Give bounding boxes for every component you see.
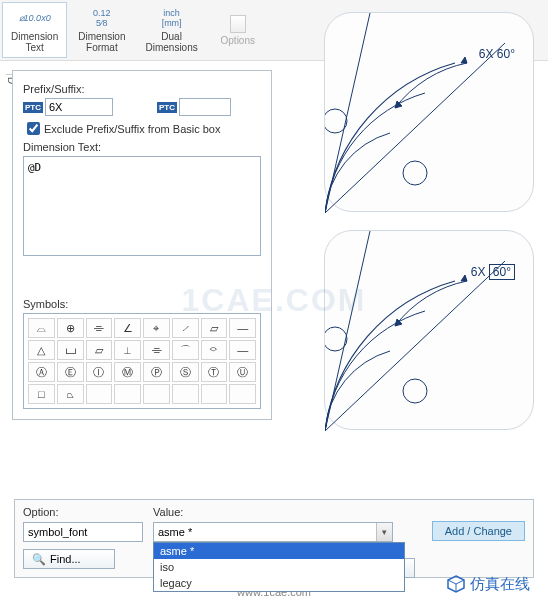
- symbol-button[interactable]: ⌯: [86, 318, 113, 338]
- label: Dimension: [78, 31, 125, 42]
- label: Text: [25, 42, 43, 53]
- svg-line-3: [325, 13, 370, 213]
- symbol-button[interactable]: ▱: [201, 318, 228, 338]
- svg-line-2: [325, 43, 505, 213]
- svg-point-5: [403, 379, 427, 403]
- cube-icon: [446, 574, 466, 594]
- symbol-button[interactable]: ⌴: [57, 340, 84, 360]
- symbol-button[interactable]: ⌯: [143, 340, 170, 360]
- label: Options: [221, 35, 255, 46]
- svg-point-1: [403, 161, 427, 185]
- magnifier-icon: 🔍: [32, 553, 46, 566]
- symbol-button[interactable]: ⌓: [28, 318, 55, 338]
- ptc-badge-icon: PTC: [157, 102, 177, 113]
- symbol-button[interactable]: [172, 384, 199, 404]
- dropdown-item[interactable]: iso: [154, 559, 404, 575]
- symbol-button[interactable]: △: [28, 340, 55, 360]
- symbol-button[interactable]: Ⓔ: [57, 362, 84, 382]
- dimension-text-label: Dimension Text:: [23, 141, 261, 153]
- symbol-button[interactable]: ⌖: [143, 318, 170, 338]
- dimension-text-button[interactable]: ⌀10.0x0 DimensionText: [2, 2, 67, 58]
- symbol-button[interactable]: ⏢: [57, 384, 84, 404]
- symbol-button[interactable]: □: [28, 384, 55, 404]
- option-field[interactable]: [23, 522, 143, 542]
- symbol-button[interactable]: [201, 384, 228, 404]
- dropdown-toggle[interactable]: ▾: [376, 523, 392, 541]
- dual-dimensions-button[interactable]: inch[mm] DualDimensions: [137, 2, 207, 58]
- symbol-button[interactable]: ∠: [114, 318, 141, 338]
- symbol-button[interactable]: Ⓘ: [86, 362, 113, 382]
- label: Dimensions: [146, 42, 198, 53]
- symbol-button[interactable]: ⏥: [86, 340, 113, 360]
- svg-line-6: [325, 261, 505, 431]
- prefix-suffix-label: Prefix/Suffix:: [23, 83, 261, 95]
- dropdown-item[interactable]: legacy: [154, 575, 404, 591]
- svg-line-9: [448, 580, 456, 584]
- brand-logo: 仿真在线: [446, 574, 530, 594]
- symbol-button[interactable]: Ⓤ: [229, 362, 256, 382]
- symbol-button[interactable]: —: [229, 340, 256, 360]
- symbols-label: Symbols:: [23, 298, 261, 310]
- symbol-button[interactable]: [114, 384, 141, 404]
- symbol-button[interactable]: Ⓣ: [201, 362, 228, 382]
- label: Dual: [161, 31, 182, 42]
- logo-text: 仿真在线: [470, 575, 530, 594]
- symbol-button[interactable]: ⟋: [172, 318, 199, 338]
- symbol-button[interactable]: Ⓟ: [143, 362, 170, 382]
- dual-dimensions-icon: inch[mm]: [162, 7, 182, 29]
- dropdown-item[interactable]: asme *: [154, 543, 404, 559]
- dimension-text-input[interactable]: @D: [23, 156, 261, 256]
- suffix-input[interactable]: [179, 98, 231, 116]
- symbol-button[interactable]: —: [229, 318, 256, 338]
- dimension-label: 6X 60°: [479, 47, 515, 61]
- ptc-badge-icon: PTC: [23, 102, 43, 113]
- exclude-label: Exclude Prefix/Suffix from Basic box: [44, 123, 220, 135]
- dimension-format-icon: 0.125⁄8: [93, 7, 111, 29]
- value-input[interactable]: [153, 522, 393, 542]
- symbol-button[interactable]: [86, 384, 113, 404]
- drawing-preview-top: 6X 60°: [324, 12, 534, 212]
- add-change-button[interactable]: Add / Change: [432, 521, 525, 541]
- find-button[interactable]: 🔍 Find...: [23, 549, 115, 569]
- dimension-format-button[interactable]: 0.125⁄8 DimensionFormat: [69, 2, 134, 58]
- option-bar: Option: 🔍 Find... Value: ▾ asme *isolega…: [14, 499, 534, 578]
- label: Format: [86, 42, 118, 53]
- dimension-text-panel: Prefix/Suffix: PTC PTC Exclude Prefix/Su…: [12, 70, 272, 420]
- symbol-button[interactable]: Ⓜ: [114, 362, 141, 382]
- symbol-button[interactable]: Ⓐ: [28, 362, 55, 382]
- find-label: Find...: [50, 553, 81, 565]
- svg-line-10: [456, 580, 464, 584]
- symbol-button[interactable]: ⟂: [114, 340, 141, 360]
- value-label: Value:: [153, 506, 422, 518]
- prefix-input[interactable]: [45, 98, 113, 116]
- value-dropdown: asme *isolegacy: [153, 542, 405, 592]
- dimension-label: 6X 60°: [471, 265, 515, 279]
- symbol-button[interactable]: [229, 384, 256, 404]
- options-icon: [230, 15, 246, 33]
- symbol-button[interactable]: [143, 384, 170, 404]
- options-button[interactable]: Options: [209, 2, 267, 58]
- label: Dimension: [11, 31, 58, 42]
- exclude-checkbox[interactable]: [27, 122, 40, 135]
- symbols-palette: ⌓⊕⌯∠⌖⟋▱—△⌴⏥⟂⌯⌒⌔—ⒶⒺⒾⓂⓅⓈⓉⓊ□⏢: [23, 313, 261, 409]
- symbol-button[interactable]: ⌔: [201, 340, 228, 360]
- option-label: Option:: [23, 506, 143, 518]
- symbol-button[interactable]: ⊕: [57, 318, 84, 338]
- drawing-preview-bottom: 6X 60°: [324, 230, 534, 430]
- symbol-button[interactable]: Ⓢ: [172, 362, 199, 382]
- svg-line-7: [325, 231, 370, 431]
- symbol-button[interactable]: ⌒: [172, 340, 199, 360]
- dimension-text-icon: ⌀10.0x0: [19, 7, 51, 29]
